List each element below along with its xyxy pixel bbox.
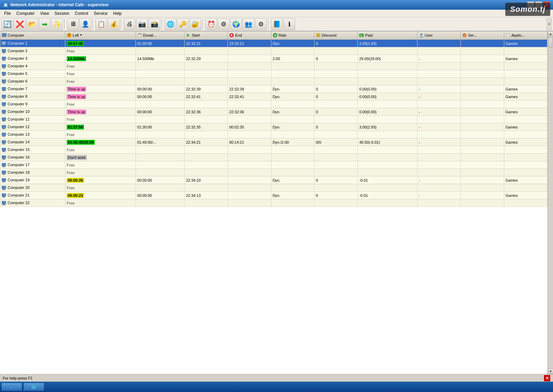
table-row[interactable]: Computer 5Free xyxy=(0,70,547,78)
taskbar-btn-2[interactable] xyxy=(24,383,44,391)
toolbar-info-btn[interactable]: ℹ xyxy=(283,18,295,30)
cell-discount xyxy=(315,63,358,70)
toolbar-keys-btn[interactable]: 🔑 xyxy=(177,18,189,30)
cell-start: 22:34:21 xyxy=(184,138,227,146)
table-row[interactable]: Computer 1201:27:5901:30:0022:32:3500:02… xyxy=(0,123,547,131)
table-row[interactable]: Computer 10Time is up00:00:0022:32:3622:… xyxy=(0,108,547,116)
menu-view[interactable]: View xyxy=(37,10,52,17)
toolbar-refresh-btn[interactable]: 🔄 xyxy=(1,18,13,30)
table-row[interactable]: Computer 11Free xyxy=(0,116,547,123)
cell-applic: Games xyxy=(504,85,547,93)
table-row[interactable]: Computer 22Free xyxy=(0,199,547,207)
toolbar-forward-btn[interactable]: ➡ xyxy=(39,18,50,30)
cell-applic: Games xyxy=(504,93,547,101)
toolbar-sep-2 xyxy=(93,19,94,29)
cell-paid: 2.00(1.93) xyxy=(358,40,417,47)
table-row[interactable]: Computer 7Time is up00:00:0022:32:3922:3… xyxy=(0,85,547,93)
table-row[interactable]: Computer 1900:00:2600:00:0022:34:10Dyn.0… xyxy=(0,176,547,184)
menu-help[interactable]: Help xyxy=(110,10,124,17)
toolbar-user-btn[interactable]: 👤 xyxy=(79,18,91,30)
main-table-container[interactable]: Computer Left▼ xyxy=(0,31,547,374)
taskbar-btn-1[interactable] xyxy=(1,383,22,391)
svg-rect-58 xyxy=(3,136,5,136)
svg-rect-24 xyxy=(2,49,6,52)
scroll-up-btn[interactable]: ▲ xyxy=(548,31,553,37)
toolbar-gear-btn[interactable]: ⚙ xyxy=(255,18,267,30)
toolbar-money-btn[interactable]: 💰 xyxy=(108,18,120,30)
toolbar-expand-btn[interactable]: » xyxy=(547,18,552,30)
toolbar-print-btn[interactable]: 🖨 xyxy=(124,18,135,30)
svg-rect-52 xyxy=(3,121,5,121)
cell-ser xyxy=(461,40,504,47)
cell-user: - xyxy=(417,192,460,199)
table-row[interactable]: Computer 20Free xyxy=(0,184,547,192)
cell-paid: -0.01 xyxy=(358,176,417,184)
toolbar-monitor-btn[interactable]: 🖥 xyxy=(67,18,79,30)
col-header-start[interactable]: Start xyxy=(184,31,227,40)
table-row[interactable]: Computer 2100:00:2300:00:0022:34:13Dyn.0… xyxy=(0,192,547,199)
toolbar-clock-btn[interactable]: ⏰ xyxy=(205,18,217,30)
toolbar-cam2-btn[interactable]: 📸 xyxy=(149,18,160,30)
toolbar-open-btn[interactable]: 📂 xyxy=(26,18,38,30)
menu-file[interactable]: File xyxy=(1,10,13,17)
table-row[interactable]: Computer 2Free xyxy=(0,47,547,55)
cell-start xyxy=(184,154,227,161)
menu-session[interactable]: Session xyxy=(52,10,72,17)
menu-service[interactable]: Service xyxy=(91,10,110,17)
table-row[interactable]: Computer 18Free xyxy=(0,169,547,176)
toolbar-wizard-btn[interactable]: ✨ xyxy=(51,18,63,30)
toolbar-report-btn[interactable]: 📋 xyxy=(95,18,107,30)
svg-rect-22 xyxy=(3,45,5,45)
col-header-left[interactable]: Left▼ xyxy=(65,31,136,40)
cell-left: Time is up xyxy=(65,85,136,93)
table-row[interactable]: Computer 314.500Mb14.500Mb22:32:292.0002… xyxy=(0,55,547,63)
col-header-ser[interactable]: S Ser... xyxy=(461,31,504,40)
cell-user xyxy=(417,161,460,169)
table-row[interactable]: Computer 15Free xyxy=(0,146,547,154)
toolbar-settings2-btn[interactable]: ⚙ xyxy=(218,18,229,30)
toolbar-network-btn[interactable]: 🌐 xyxy=(165,18,176,30)
table-row[interactable]: Computer 100:57:4501:00:0022:32:2123:32:… xyxy=(0,40,547,47)
toolbar-book-btn[interactable]: 📘 xyxy=(271,18,283,30)
toolbar-globe-btn[interactable]: 🌍 xyxy=(230,18,242,30)
cell-ser xyxy=(461,169,504,176)
cell-end xyxy=(228,161,271,169)
table-row[interactable]: Computer 17Free xyxy=(0,161,547,169)
table-row[interactable]: Computer 9Free xyxy=(0,101,547,108)
svg-rect-75 xyxy=(2,178,6,181)
table-row[interactable]: Computer 1401:35:45/20:2501:40:00/...22:… xyxy=(0,138,547,146)
col-header-user[interactable]: User xyxy=(417,31,460,40)
col-header-rate[interactable]: $ Rate xyxy=(271,31,314,40)
scroll-down-btn[interactable]: ▼ xyxy=(548,369,553,374)
col-header-discount[interactable]: % Discount xyxy=(315,31,358,40)
toolbar-camera-btn[interactable]: 📷 xyxy=(136,18,148,30)
col-header-paid[interactable]: $ Paid xyxy=(358,31,417,40)
toolbar-stop-btn[interactable]: ❌ xyxy=(14,18,26,30)
toolbar-padlock-btn[interactable]: 🔐 xyxy=(189,18,201,30)
table-row[interactable]: Computer 13Free xyxy=(0,131,547,138)
table-row[interactable]: Computer 6Free xyxy=(0,78,547,85)
cell-start xyxy=(184,199,227,207)
col-header-end[interactable]: End xyxy=(228,31,271,40)
menu-computer[interactable]: Computer xyxy=(13,10,37,17)
col-header-duration[interactable]: Durati... xyxy=(135,31,184,40)
menu-control[interactable]: Control xyxy=(72,10,91,17)
scroll-track[interactable] xyxy=(548,37,553,369)
vertical-scrollbar[interactable]: ▲ ▼ xyxy=(547,31,553,374)
svg-marker-8 xyxy=(187,34,190,37)
svg-rect-67 xyxy=(3,159,5,159)
col-header-computer[interactable]: Computer xyxy=(0,31,65,40)
applic-header-icon xyxy=(506,33,510,38)
error-icon[interactable]: ✕ xyxy=(544,375,550,381)
computer-row-icon xyxy=(2,171,7,175)
cell-paid xyxy=(358,47,417,55)
svg-point-87 xyxy=(9,385,13,389)
table-row[interactable]: Computer 16Don't work xyxy=(0,154,547,161)
table-row[interactable]: Computer 8Time is up00:00:0022:32:4122:3… xyxy=(0,93,547,101)
table-row[interactable]: Computer 4Free xyxy=(0,63,547,70)
cell-applic xyxy=(504,184,547,192)
toolbar-group-btn[interactable]: 👥 xyxy=(243,18,254,30)
user-header-icon xyxy=(419,33,424,38)
col-header-applic[interactable]: Applic... xyxy=(504,31,547,40)
cell-duration: 00:00:00 xyxy=(135,192,184,199)
